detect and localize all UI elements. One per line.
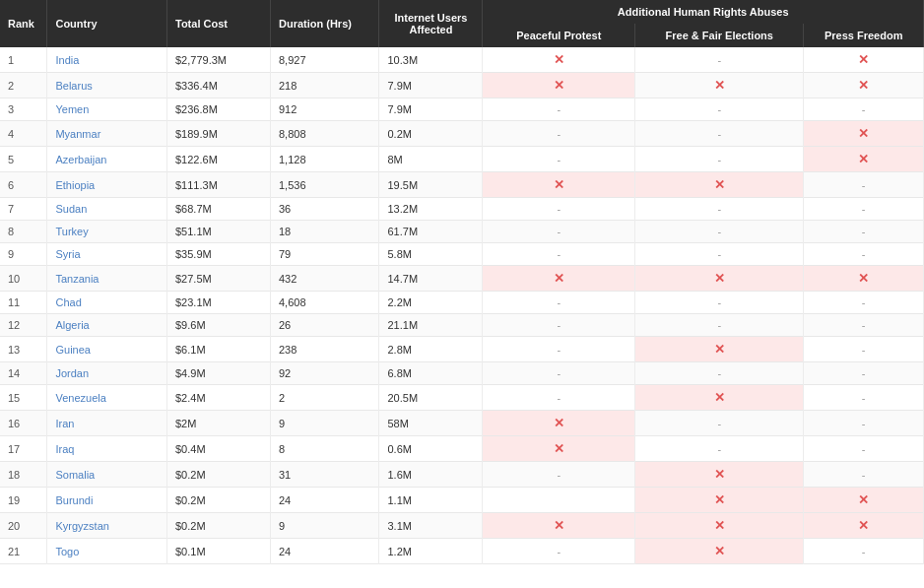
cell-press: ✕ [804,266,924,292]
country-cell[interactable]: India [47,47,167,73]
cell-elections: - [635,411,804,436]
cell-elections: - [635,98,804,121]
internet-cell: 1.1M [379,488,483,513]
dash-mark: - [862,319,866,331]
cost-cell: $68.7M [167,198,271,221]
internet-cell: 14.7M [379,266,483,292]
cell-protest: - [483,314,635,337]
x-mark: ✕ [858,271,869,286]
cell-press: ✕ [804,488,924,513]
country-link[interactable]: Ethiopia [55,179,95,191]
country-cell[interactable]: Sudan [47,198,167,221]
x-mark: ✕ [554,441,564,456]
country-link[interactable]: Algeria [55,319,89,331]
country-cell[interactable]: Algeria [47,314,167,337]
country-link[interactable]: Sudan [55,203,87,215]
country-link[interactable]: Yemen [55,103,89,115]
country-cell[interactable]: Togo [47,539,167,564]
table-row: 11Chad$23.1M4,6082.2M--- [0,292,924,314]
dash-mark: - [862,226,866,237]
country-link[interactable]: Venezuela [55,392,105,404]
cost-cell: $236.8M [167,98,271,121]
dash-mark: - [557,546,561,557]
country-cell[interactable]: Burundi [47,488,167,513]
internet-cell: 0.6M [379,436,483,462]
duration-cell: 26 [270,314,379,337]
country-cell[interactable]: Tanzania [47,266,167,292]
cell-press: ✕ [804,47,924,73]
country-link[interactable]: India [55,54,79,66]
country-link[interactable]: Turkey [55,226,88,237]
internet-cell: 19.5M [379,172,483,198]
country-link[interactable]: Kyrgyzstan [55,520,108,532]
internet-cell: 6.8M [379,362,483,385]
rank-cell: 2 [0,73,47,98]
country-cell[interactable]: Iraq [47,436,167,462]
country-link[interactable]: Chad [55,296,81,308]
table-row: 18Somalia$0.2M311.6M-✕- [0,462,924,488]
dash-mark: - [557,367,561,379]
country-link[interactable]: Azerbaijan [55,154,106,165]
country-cell[interactable]: Belarus [47,73,167,98]
country-cell[interactable]: Ethiopia [47,172,167,198]
duration-cell: 92 [270,362,379,385]
cost-cell: $336.4M [167,73,271,98]
rank-cell: 4 [0,121,47,147]
country-cell[interactable]: Myanmar [47,121,167,147]
country-cell[interactable]: Kyrgyzstan [47,513,167,539]
country-link[interactable]: Belarus [55,80,92,92]
x-mark: ✕ [714,342,725,357]
country-cell[interactable]: Venezuela [47,385,167,411]
rank-cell: 9 [0,243,47,266]
internet-cell: 3.1M [379,513,483,539]
dash-mark: - [557,103,561,115]
internet-cell: 13.2M [379,198,483,221]
country-cell[interactable]: Turkey [47,221,167,243]
country-link[interactable]: Somalia [55,469,95,481]
country-link[interactable]: Iran [55,418,74,429]
cost-cell: $4.9M [167,362,271,385]
country-link[interactable]: Guinea [55,344,90,356]
country-cell[interactable]: Guinea [47,337,167,362]
country-link[interactable]: Togo [55,546,79,557]
country-cell[interactable]: Jordan [47,362,167,385]
cell-protest: - [483,462,635,488]
dash-mark: - [862,546,866,557]
country-link[interactable]: Burundi [55,494,93,506]
country-link[interactable]: Jordan [55,367,89,379]
country-link[interactable]: Tanzania [55,273,99,285]
table-row: 5Azerbaijan$122.6M1,1288M--✕ [0,147,924,172]
duration-cell: 1,128 [270,147,379,172]
country-cell[interactable]: Syria [47,243,167,266]
cell-protest: - [483,292,635,314]
internet-cell: 8M [379,147,483,172]
country-cell[interactable]: Iran [47,411,167,436]
country-cell[interactable]: Azerbaijan [47,147,167,172]
internet-cell: 2.2M [379,292,483,314]
cell-elections: - [635,221,804,243]
country-cell[interactable]: Somalia [47,462,167,488]
cell-elections: ✕ [635,172,804,198]
country-link[interactable]: Iraq [55,443,74,455]
internet-cell: 21.1M [379,314,483,337]
rank-cell: 10 [0,266,47,292]
cell-protest: ✕ [483,73,635,98]
dash-mark: - [862,443,866,455]
country-cell[interactable]: Chad [47,292,167,314]
press-freedom-header: Press Freedom [804,24,924,47]
country-link[interactable]: Syria [55,248,80,260]
country-cell[interactable]: Yemen [47,98,167,121]
cell-press: - [804,362,924,385]
cell-press: - [804,436,924,462]
dash-mark: - [557,344,561,356]
rank-cell: 13 [0,337,47,362]
x-mark: ✕ [554,52,564,67]
dash-mark: - [717,248,721,260]
table-row: 19Burundi$0.2M241.1M✕✕ [0,488,924,513]
duration-cell: 9 [270,513,379,539]
rank-cell: 8 [0,221,47,243]
x-mark: ✕ [714,467,725,482]
rank-cell: 21 [0,539,47,564]
x-mark: ✕ [714,518,725,533]
country-link[interactable]: Myanmar [55,128,100,140]
